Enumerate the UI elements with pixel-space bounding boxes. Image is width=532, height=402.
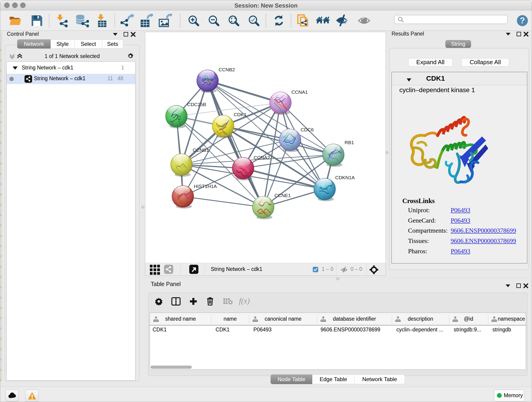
svg-text:CCNA1: CCNA1 bbox=[291, 89, 308, 95]
svg-text:CCNA2: CCNA2 bbox=[254, 155, 270, 160]
svg-text:CDC6: CDC6 bbox=[301, 127, 314, 132]
svg-text:CCNB2: CCNB2 bbox=[219, 67, 235, 72]
svg-text:CCNE1: CCNE1 bbox=[274, 193, 291, 198]
svg-text:?: ? bbox=[520, 16, 525, 25]
svg-text:CDK1: CDK1 bbox=[234, 112, 247, 117]
svg-text:CDC25B: CDC25B bbox=[187, 102, 206, 107]
svg-text:HIST1H1A: HIST1H1A bbox=[194, 184, 217, 189]
svg-text:CDKN1A: CDKN1A bbox=[335, 175, 355, 180]
svg-text:RB1: RB1 bbox=[345, 140, 354, 145]
svg-text:CCNB1: CCNB1 bbox=[193, 147, 209, 153]
